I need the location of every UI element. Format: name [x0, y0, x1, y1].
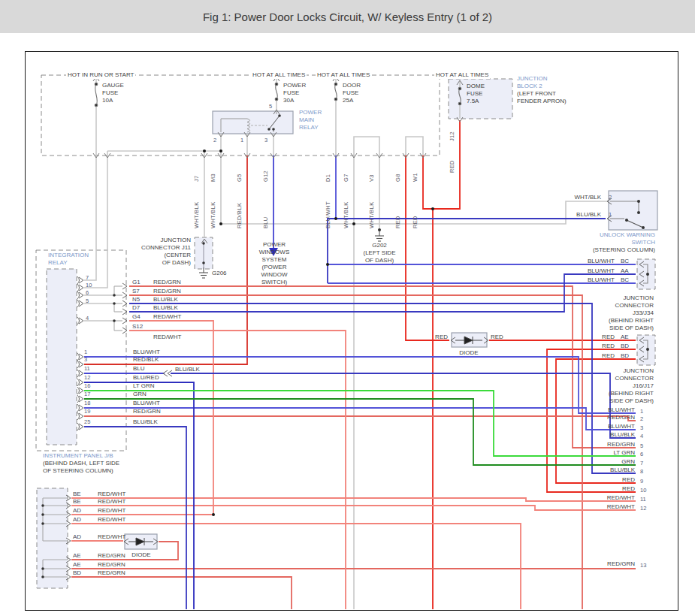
j33-row-color: BLU/WHT [570, 267, 615, 275]
ir-pin-10: 10 [86, 282, 92, 289]
relay-pin-2: 2 [213, 137, 216, 144]
jb-row-color: RED/WHT [153, 313, 181, 321]
ir-low-color: BLU/WHT [133, 400, 160, 407]
vwire-color: BLU [262, 185, 269, 228]
vwire-code: J7 [193, 159, 200, 182]
jb-row-code: S7 [132, 288, 140, 295]
bl-color: RED/WHT [98, 516, 125, 524]
vwire-code: G8 [394, 159, 401, 182]
rr-color: RED [560, 476, 635, 484]
ir-pin-6: 6 [86, 289, 89, 297]
bl-code: AE [73, 561, 81, 569]
ir-pin-4: 4 [86, 315, 89, 322]
vwire-code: D1 [325, 159, 331, 182]
bl-color: RED/GRN [98, 569, 125, 577]
unlock-row-pin: 1 [609, 211, 612, 219]
dome-fuse-label: DOMEFUSE7.5A [467, 83, 485, 105]
rr-num: 6 [640, 451, 643, 458]
bus-label-1: HOT IN RUN OR START [66, 71, 135, 79]
rr-num: 5 [640, 442, 643, 450]
rr-color: LT GRN [560, 449, 635, 457]
bl-code: BD [73, 569, 81, 577]
relay-pin-1: 1 [240, 137, 243, 144]
j16-row-pin: BD [621, 343, 629, 350]
jb-row-code: D7 [132, 304, 140, 312]
j33-row-pin: BC [621, 276, 629, 284]
rr-color: RED/WHT [560, 503, 635, 511]
inline-blublk-label: BLU/BLK [175, 366, 200, 373]
bl-color: RED/GRN [98, 561, 125, 569]
green-wires [84, 391, 636, 465]
rr-num: 10 [640, 487, 646, 494]
ir-low-pin: 25 [84, 418, 90, 426]
relay-pin-5: 5 [269, 103, 272, 110]
g202-label: G202(LEFT SIDEOF DASH) [356, 242, 403, 264]
diode-label-bottom: DIODE [125, 551, 157, 559]
vwire-color: RED [412, 185, 419, 228]
vwire-code: M3 [210, 159, 216, 182]
bl-color: RED/WHT [98, 533, 125, 541]
relay-pin-3: 3 [264, 137, 267, 144]
rr-num: 8 [640, 468, 643, 476]
rr-color: BLU/BLK [560, 431, 635, 439]
j12-color: RED [449, 143, 455, 173]
vwire-color: WHT/BLK [210, 185, 216, 228]
integration-relay-label: INTEGRATIONRELAY [48, 252, 89, 267]
j33-row-pin: BC [621, 258, 629, 265]
ir-low-pin: 17 [84, 391, 90, 398]
vwire-code: W1 [412, 159, 419, 182]
ir-low-pin: 1 [84, 349, 87, 356]
rr-color: RED/GRN [560, 560, 635, 568]
ir-low-color: GRN [133, 391, 147, 398]
power-windows-label: POWERWINDOWSSYSTEM (POWERWINDOWSWITCH) [250, 241, 298, 286]
jb-row-color: RED/GRN [153, 288, 181, 295]
ir-low-pin: 19 [84, 408, 90, 415]
red-wires [84, 120, 636, 609]
ir-low-pin: 11 [84, 365, 90, 373]
j16-row-color: RED [570, 334, 615, 341]
vwire-color: RED/BLK [236, 185, 243, 228]
g206-label: G206 [212, 270, 227, 277]
vwire-color: WHT/BLK [368, 185, 375, 228]
door-fuse-label: DOORFUSE25A [343, 82, 361, 104]
jb-row-code: G4 [132, 313, 141, 321]
unlock-row-pin: 2 [609, 194, 612, 201]
vwire-color: BLU/WHT [325, 185, 331, 228]
vwire-code: G7 [343, 159, 349, 182]
jb-row-color: BLU/BLK [153, 304, 178, 312]
rr-color: RED/GRN [560, 441, 635, 448]
rr-num: 2 [640, 415, 643, 423]
vwire-code: V3 [368, 159, 375, 182]
unlock-row-color: BLU/BLK [568, 211, 601, 219]
j33-row-color: BLU/WHT [570, 276, 615, 284]
ir-pin-7: 7 [86, 274, 89, 282]
bl-color: RED/WHT [98, 498, 125, 506]
j16-row-pin: AE [621, 334, 629, 341]
ir-low-pin: 3 [84, 356, 87, 364]
integration-relay-stubs [84, 286, 122, 331]
vwire-color: WHT/BLK [343, 185, 349, 228]
j16-label: JUNCTIONCONNECTORJ16/J17 (BEHIND RIGHTSI… [564, 367, 654, 405]
junction-block2-label: JUNCTIONBLOCK 2 (LEFT FRONTFENDER APRON) [517, 75, 567, 105]
ir-pin-5: 5 [86, 297, 89, 305]
rr-color: BLU/BLK [560, 467, 635, 474]
ir-low-pin: 18 [84, 400, 90, 407]
rr-color: GRN [560, 458, 635, 466]
ir-low-pin: 16 [84, 382, 90, 390]
ir-low-color: BLU/WHT [133, 349, 160, 356]
jb-row-color: BLU/BLK [153, 296, 178, 303]
connector-chevrons [66, 77, 644, 580]
unlock-switch-label: UNLOCK WARNINGSWITCH(STEERING COLUMN) [570, 231, 655, 254]
rr-color: RED/WHT [560, 494, 635, 502]
ir-low-color: BLU/BLK [133, 418, 158, 426]
rr-num: 13 [640, 562, 646, 569]
bl-code: AD [73, 507, 81, 515]
rr-num: 12 [640, 505, 646, 512]
mid-diode-left: RED [421, 334, 448, 341]
bus-label-3: HOT AT ALL TIMES [316, 71, 371, 79]
ir-low-pin: 12 [84, 374, 90, 382]
j33-row-pin: AA [621, 267, 629, 275]
ir-low-color: RED/BLK [133, 356, 159, 364]
ir-low-color: BLU/RED [133, 374, 159, 382]
rr-num: 1 [640, 408, 643, 415]
